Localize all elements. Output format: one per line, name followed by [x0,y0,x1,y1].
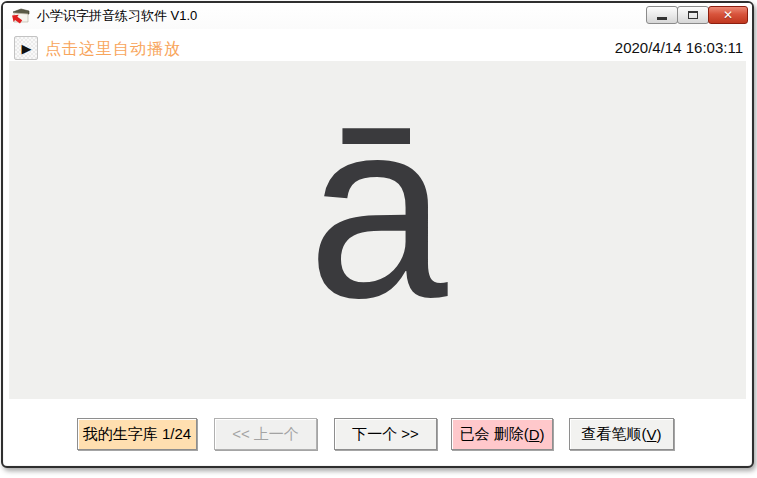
autoplay-button[interactable]: ▶ [14,36,38,60]
minimize-button[interactable] [646,6,678,24]
view-stroke-order-button[interactable]: 查看笔顺(V) [569,418,674,450]
close-icon: ✕ [723,9,733,21]
title-bar: 小学识字拼音练习软件 V1.0 ✕ [3,3,752,29]
my-library-button[interactable]: 我的生字库 1/24 [77,418,197,450]
previous-button[interactable]: << 上一个 [214,418,317,450]
stroke-label: 查看笔顺( [581,425,646,444]
minimize-icon [657,17,667,20]
window-title: 小学识字拼音练习软件 V1.0 [37,7,197,25]
app-window: 小学识字拼音练习软件 V1.0 ✕ ▶ 点击这里自动播放 2020/4/14 1… [1,1,754,468]
pinyin-character: ā [307,84,447,336]
autoplay-label[interactable]: 点击这里自动播放 [45,39,181,60]
known-delete-button[interactable]: 已会 删除(D) [451,418,553,450]
delete-label: 已会 删除( [459,425,528,444]
caption-buttons: ✕ [647,6,748,24]
close-button[interactable]: ✕ [708,6,748,24]
delete-mnemonic: D [529,426,540,443]
maximize-button[interactable] [677,6,709,24]
pinyin-display-panel: ā [9,61,746,399]
stroke-mnemonic: V [646,426,656,443]
play-icon: ▶ [22,42,32,55]
stroke-label-suffix: ) [657,426,662,443]
next-button[interactable]: 下一个 >> [334,418,437,450]
delete-label-suffix: ) [540,426,545,443]
datetime-label: 2020/4/14 16:03:11 [615,39,743,56]
maximize-icon [688,11,698,19]
app-icon [11,8,31,25]
